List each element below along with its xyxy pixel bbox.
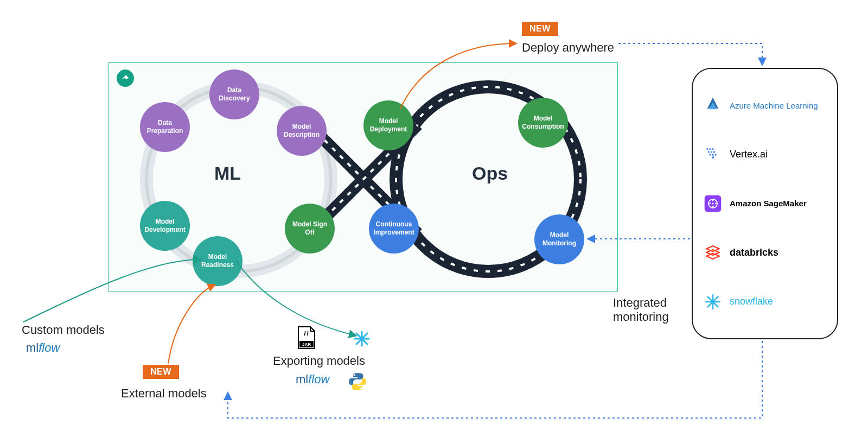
callout-external-models: External models (121, 387, 207, 401)
svg-point-21 (712, 156, 714, 159)
badge-label: NEW (522, 22, 558, 36)
platform-label: Vertex.ai (730, 149, 768, 160)
platform-azureml: Azure Machine Learning (703, 95, 827, 116)
callout-custom-models: Custom models (22, 323, 105, 337)
node-label: Continuous Improvement (372, 220, 416, 237)
svg-point-25 (715, 203, 717, 205)
svg-point-17 (713, 151, 715, 153)
platform-label: snowflake (730, 296, 773, 307)
node-label: Model Development (143, 218, 187, 234)
arrow-external-models (163, 282, 228, 369)
azureml-icon (703, 95, 723, 116)
svg-point-26 (712, 200, 714, 201)
mlflow-logo: mlflow (26, 341, 60, 355)
platform-label: Azure Machine Learning (730, 101, 818, 110)
new-badge-deploy: NEW (522, 22, 558, 36)
node-model-readiness: Model Readiness (193, 236, 242, 286)
new-badge-external: NEW (143, 365, 179, 379)
node-model-monitoring: Model Monitoring (534, 214, 584, 264)
node-label: Model Readiness (196, 253, 239, 269)
node-model-deployment: Model Deployment (363, 100, 413, 150)
node-label: Data Discovery (213, 86, 256, 103)
platform-snowflake: snowflake (703, 292, 827, 312)
svg-point-18 (709, 154, 711, 155)
svg-text:JAR: JAR (302, 342, 311, 347)
platform-label: databricks (730, 247, 778, 258)
python-icon (347, 371, 368, 394)
platform-label: Amazon SageMaker (730, 199, 807, 208)
platform-vertex: Vertex.ai (703, 144, 827, 165)
svg-point-10 (354, 375, 355, 376)
platform-sagemaker: Amazon SageMaker (703, 193, 827, 214)
node-model-sign-off: Model Sign Off (285, 204, 335, 254)
callout-label: Integratedmonitoring (613, 296, 669, 324)
node-label: Model Sign Off (288, 220, 331, 237)
vertex-icon (703, 144, 723, 165)
svg-point-20 (714, 154, 716, 155)
svg-point-15 (708, 151, 710, 153)
badge-label: NEW (143, 365, 179, 379)
platform-databricks: databricks (703, 242, 827, 263)
node-label: Model Consumption (521, 115, 565, 131)
node-label: Model Deployment (367, 117, 410, 134)
node-label: Model Description (280, 123, 323, 139)
node-continuous-improvement: Continuous Improvement (369, 204, 419, 254)
node-label: Data Preparation (143, 119, 187, 135)
platforms-panel: Azure Machine Learning Vertex.ai Amazon … (692, 68, 838, 339)
node-model-description: Model Description (277, 106, 327, 156)
node-label: Model Monitoring (538, 231, 581, 248)
snowflake-icon (703, 292, 723, 312)
svg-point-12 (706, 148, 708, 150)
snowflake-icon (353, 330, 371, 350)
svg-point-11 (360, 387, 361, 389)
databricks-icon (703, 242, 723, 263)
loop-label-ops: Ops (472, 163, 508, 184)
mlflow-logo: mlflow (296, 372, 329, 387)
svg-point-27 (712, 206, 714, 207)
node-data-discovery: Data Discovery (209, 69, 259, 119)
svg-point-13 (709, 148, 711, 150)
svg-point-16 (711, 151, 712, 153)
callout-deploy-anywhere: Deploy anywhere (522, 41, 614, 55)
svg-point-19 (712, 154, 713, 155)
jar-file-icon: JAR (297, 326, 316, 350)
sagemaker-icon (703, 193, 723, 214)
node-model-consumption: Model Consumption (518, 98, 568, 148)
loop-label-ml: ML (214, 163, 241, 184)
node-model-development: Model Development (140, 201, 190, 251)
callout-integrated-monitoring: Integratedmonitoring (613, 296, 669, 325)
callout-exporting-models: Exporting models (273, 354, 365, 368)
svg-point-24 (709, 203, 711, 205)
svg-point-14 (712, 148, 713, 150)
node-data-preparation: Data Preparation (140, 102, 190, 152)
svg-point-28 (712, 202, 713, 204)
